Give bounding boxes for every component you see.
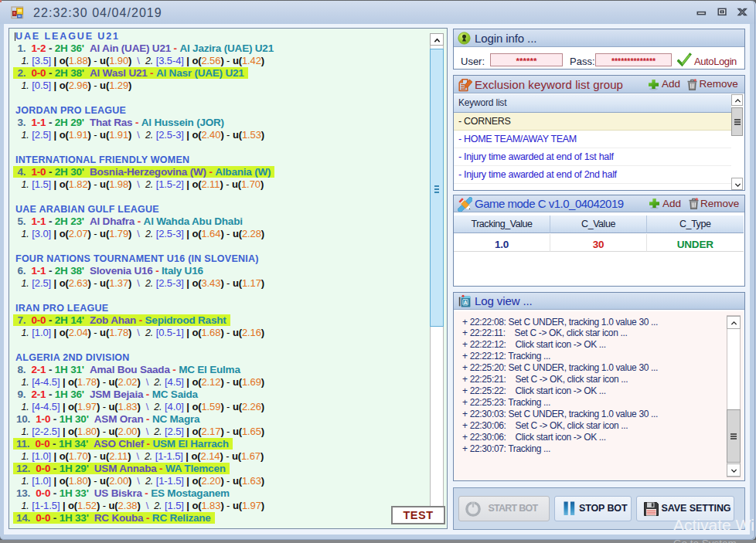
svg-text:A: A [464, 300, 468, 305]
